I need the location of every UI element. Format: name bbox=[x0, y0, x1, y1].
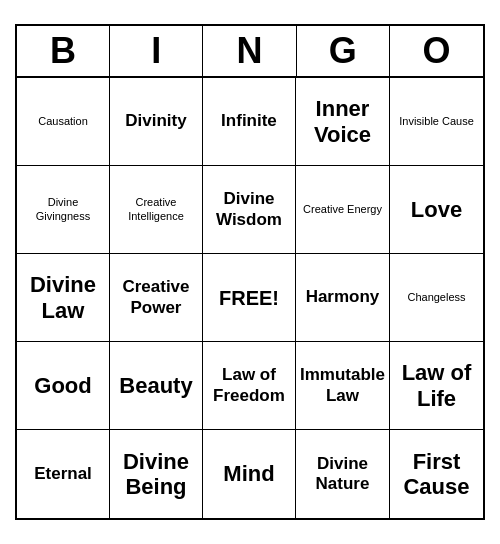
bingo-cell: Divine Nature bbox=[296, 430, 390, 518]
bingo-grid: CausationDivinityInfiniteInner VoiceInvi… bbox=[17, 78, 483, 518]
bingo-cell: Beauty bbox=[110, 342, 203, 430]
bingo-cell: Creative Power bbox=[110, 254, 203, 342]
header-letter: B bbox=[17, 26, 110, 76]
header-letter: O bbox=[390, 26, 483, 76]
header-letter: G bbox=[297, 26, 390, 76]
bingo-card: BINGO CausationDivinityInfiniteInner Voi… bbox=[15, 24, 485, 520]
header-letter: N bbox=[203, 26, 296, 76]
bingo-cell: Infinite bbox=[203, 78, 296, 166]
bingo-cell: Divine Givingness bbox=[17, 166, 110, 254]
bingo-cell: Creative Intelligence bbox=[110, 166, 203, 254]
bingo-cell: Love bbox=[390, 166, 483, 254]
header-letter: I bbox=[110, 26, 203, 76]
bingo-cell: Harmony bbox=[296, 254, 390, 342]
bingo-cell: Divine Being bbox=[110, 430, 203, 518]
bingo-cell: Divine Wisdom bbox=[203, 166, 296, 254]
bingo-cell: Mind bbox=[203, 430, 296, 518]
bingo-cell: Immutable Law bbox=[296, 342, 390, 430]
bingo-cell: Good bbox=[17, 342, 110, 430]
bingo-cell: FREE! bbox=[203, 254, 296, 342]
bingo-cell: Changeless bbox=[390, 254, 483, 342]
bingo-cell: Inner Voice bbox=[296, 78, 390, 166]
bingo-cell: Law of Life bbox=[390, 342, 483, 430]
bingo-header: BINGO bbox=[17, 26, 483, 78]
bingo-cell: Causation bbox=[17, 78, 110, 166]
bingo-cell: Divinity bbox=[110, 78, 203, 166]
bingo-cell: Invisible Cause bbox=[390, 78, 483, 166]
bingo-cell: Eternal bbox=[17, 430, 110, 518]
bingo-cell: Law of Freedom bbox=[203, 342, 296, 430]
bingo-cell: First Cause bbox=[390, 430, 483, 518]
bingo-cell: Divine Law bbox=[17, 254, 110, 342]
bingo-cell: Creative Energy bbox=[296, 166, 390, 254]
